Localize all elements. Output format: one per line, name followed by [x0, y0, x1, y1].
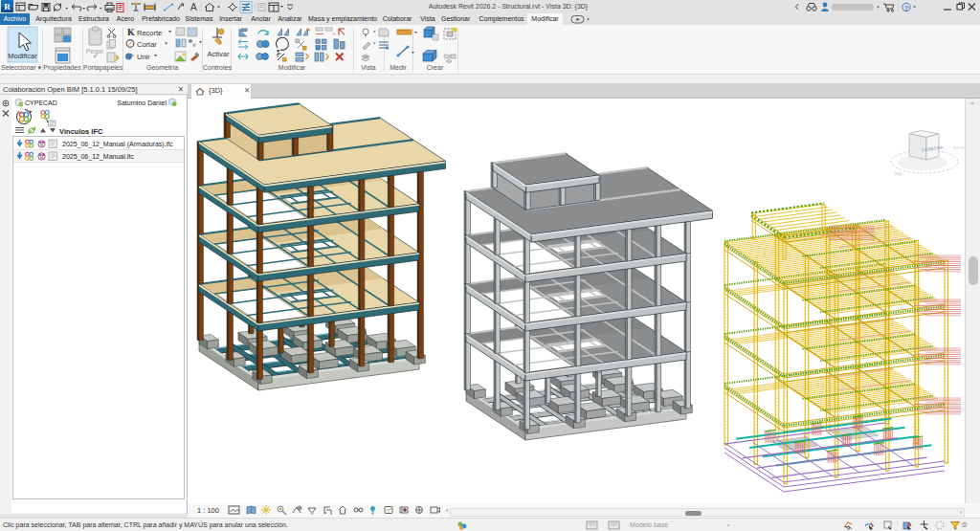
svg-text:SUR: SUR	[893, 170, 902, 177]
svg-text:Modificar: Modificar	[8, 52, 37, 60]
svg-text:Vínculos IFC: Vínculos IFC	[59, 127, 103, 136]
svg-text:Pegar: Pegar	[86, 48, 104, 55]
svg-text:Recorte: Recorte	[137, 29, 162, 37]
svg-text:Saturnino Daniel: Saturnino Daniel	[117, 100, 167, 106]
svg-text:ESTE: ESTE	[954, 145, 965, 150]
svg-text:✕: ✕	[310, 510, 314, 516]
svg-text:Unir: Unir	[137, 53, 150, 61]
svg-text:CYPECAD: CYPECAD	[25, 100, 57, 106]
svg-text:Cortar: Cortar	[137, 40, 157, 49]
svg-text:Activar: Activar	[208, 50, 230, 58]
svg-text:K: K	[127, 27, 135, 37]
